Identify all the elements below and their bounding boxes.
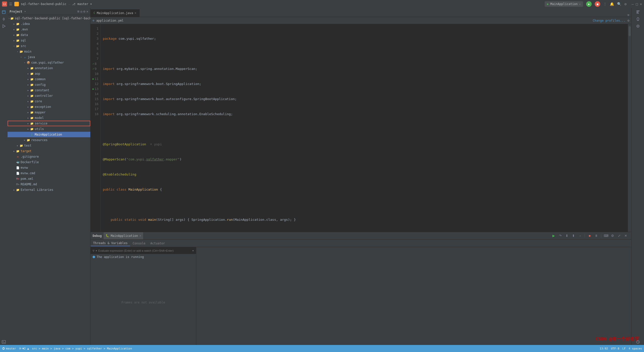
maximize-icon[interactable]: □ (636, 2, 638, 6)
svg-rect-13 (636, 13, 639, 14)
folder-icon: 📁 (30, 127, 34, 131)
tree-collapse-icon[interactable]: ⊞ (77, 10, 79, 13)
tree-item-mapper[interactable]: ▶ 📁 mapper (8, 110, 90, 115)
resume-btn[interactable]: ▶ (551, 233, 556, 239)
tree-item-aop[interactable]: ▶ 📁 aop (8, 71, 90, 76)
tree-item-pom[interactable]: M+ pom.xml (8, 176, 90, 182)
tree-settings-icon[interactable]: ⚙ (83, 10, 85, 13)
status-indent[interactable]: 4 spaces (629, 347, 642, 350)
title-bar: IJ ☰ sql-father-backend-public — ⎇ maste… (0, 0, 644, 8)
step-out-btn[interactable]: ⬆ (571, 233, 576, 239)
tree-item-resources[interactable]: ▶ 📁 resources (8, 137, 90, 143)
editor-settings-icon[interactable]: ≡ (627, 13, 629, 17)
change-profiles-btn[interactable]: Change profiles... (593, 19, 625, 22)
tree-item-common[interactable]: ▶ 📁 common (8, 76, 90, 82)
tree-item-utils[interactable]: ▶ 📁 utils (8, 126, 90, 132)
tree-item-core[interactable]: ▶ 📁 core (8, 99, 90, 104)
branch-indicator[interactable]: ⎇ master ▾ (72, 2, 92, 6)
status-line-sep[interactable]: LF (622, 347, 626, 350)
tree-item-readme[interactable]: M+ README.md (8, 182, 90, 187)
tab-label: MainApplication.java (97, 11, 133, 15)
filter-icon[interactable]: ▽ (93, 249, 94, 252)
stop-debug-btn[interactable]: ■ (587, 233, 592, 239)
status-sync[interactable]: ⟳ ▼2 ▲ (19, 347, 29, 350)
label: sql (21, 39, 26, 42)
tree-item-java[interactable]: ▾ ☕ java (8, 54, 90, 60)
run-button[interactable]: ▶ (586, 1, 592, 7)
arrow-icon: ▶ (27, 72, 30, 75)
hamburger-icon[interactable]: ☰ (9, 2, 12, 6)
minimize-icon[interactable]: — (632, 2, 634, 6)
code-editor[interactable]: 1 2 3 4 5 6 7 ✓8 ✓9 10 ▶11 12 ▶13 14 15 … (91, 24, 631, 232)
pause-btn[interactable]: ⏸ (593, 233, 599, 239)
tree-item-mvnw[interactable]: 📄 mvnw (8, 165, 90, 170)
debug-session-tab[interactable]: 🐛 MainApplication ✕ (104, 232, 143, 239)
tree-item-exception[interactable]: ▶ 📁 exception (8, 104, 90, 110)
tree-item-model[interactable]: ▶ 📁 model (8, 115, 90, 121)
tree-item-main[interactable]: ▾ 📂 main (8, 49, 90, 54)
restore-btn[interactable]: ⤢ (616, 233, 622, 239)
run-config-selector[interactable]: ▶ MainApplication ▾ (545, 1, 583, 7)
tree-item-external-libs[interactable]: ▶ 📁 External Libraries (8, 187, 90, 193)
settings-btn[interactable]: ⚙ (610, 233, 615, 239)
debug-session-close[interactable]: ✕ (140, 234, 141, 237)
tab-actuator[interactable]: Actuator (148, 241, 168, 246)
tree-item-target[interactable]: ▶ 📁 target (8, 148, 90, 154)
tree-item-data[interactable]: ▶ 📁 data (8, 32, 90, 38)
settings-icon[interactable]: ⚙ (624, 2, 626, 6)
close-icon[interactable]: ✕ (640, 2, 642, 6)
folder-icon: 📁 (16, 188, 20, 192)
tree-item-dockerfile[interactable]: 🐳 Dockerfile (8, 159, 90, 165)
right-icon-structure[interactable] (635, 9, 641, 15)
config-settings-icon[interactable]: ⚙ (627, 19, 629, 22)
tree-item-test[interactable]: ▶ 📁 test (8, 143, 90, 148)
tree-item-controller[interactable]: ▶ 📁 controller (8, 93, 90, 99)
more-actions-icon[interactable]: ⋮ (603, 2, 607, 6)
tree-locate-icon[interactable]: ◎ (80, 10, 83, 13)
stop-button[interactable]: ■ (595, 1, 600, 7)
tree-item-constant[interactable]: ▶ 📁 constant (8, 87, 90, 93)
expand-watch-icon[interactable]: ▾ (192, 249, 194, 252)
tree-item-src[interactable]: ▾ 📂 src (8, 43, 90, 49)
status-git[interactable]: master (2, 347, 16, 350)
tab-console[interactable]: Console (130, 241, 148, 246)
dropdown-watch-icon[interactable]: ▾ (95, 249, 97, 252)
tree-item-annotation[interactable]: ▶ 📁 annotation (8, 65, 90, 71)
editor-scrollbar[interactable] (628, 24, 631, 232)
close-debug-btn[interactable]: ✕ (623, 233, 628, 239)
project-dropdown-icon[interactable]: ▾ (24, 10, 26, 13)
sidebar-icon-terminal[interactable] (1, 339, 7, 345)
tab-label: Actuator (150, 242, 165, 245)
run-to-cursor-btn[interactable]: → (577, 233, 583, 239)
notifications-icon[interactable]: 🔔 (610, 2, 614, 6)
sidebar-icon-debug[interactable] (1, 23, 7, 29)
label: mvnw.cmd (21, 171, 35, 175)
watch-input[interactable] (98, 249, 192, 252)
right-icon-gradle[interactable] (635, 23, 641, 29)
search-icon[interactable]: 🔍 (617, 2, 621, 6)
step-over-btn[interactable]: ↷ (557, 233, 563, 239)
tree-item-config[interactable]: ▶ 📁 config (8, 82, 90, 87)
tab-main-application[interactable]: C MainApplication.java ✕ (91, 9, 140, 17)
scrollbar-thumb[interactable] (629, 26, 631, 36)
tab-threads-variables[interactable]: Threads & Variables (91, 241, 130, 246)
divider (585, 234, 585, 238)
tree-item-mvnw-cmd[interactable]: 📄 mvnw.cmd (8, 170, 90, 176)
tree-item-sql[interactable]: ▶ 📁 sql (8, 38, 90, 43)
tree-root[interactable]: ▾ 📁 sql-father-backend-public [sql-fathe… (8, 16, 90, 21)
tree-close-icon[interactable]: ✕ (86, 10, 88, 13)
sidebar-icon-commit[interactable] (1, 16, 7, 22)
right-icon-notifications[interactable] (635, 16, 641, 22)
tree-item-package[interactable]: ▾ 📦 com.yupi.sqlfather (8, 60, 90, 65)
tree-item-gitignore[interactable]: ⊙ .gitignore (8, 154, 90, 159)
tree-item-mvn[interactable]: ▶ 📁 .mvn (8, 27, 90, 32)
sidebar-icon-project[interactable] (1, 9, 7, 15)
tree-item-service[interactable]: ▶ 📁 service (8, 121, 90, 126)
tree-item-idea[interactable]: ▶ 📁 .idea (8, 21, 90, 27)
step-into-btn[interactable]: ⬇ (564, 233, 570, 239)
tab-close-icon[interactable]: ✕ (135, 11, 136, 15)
status-line-info[interactable]: 13:92 (600, 347, 608, 350)
evaluate-btn[interactable]: ⌨ (603, 233, 609, 239)
status-encoding[interactable]: UTF-8 (611, 347, 619, 350)
tree-item-main-application[interactable]: C MainApplication (8, 132, 90, 137)
